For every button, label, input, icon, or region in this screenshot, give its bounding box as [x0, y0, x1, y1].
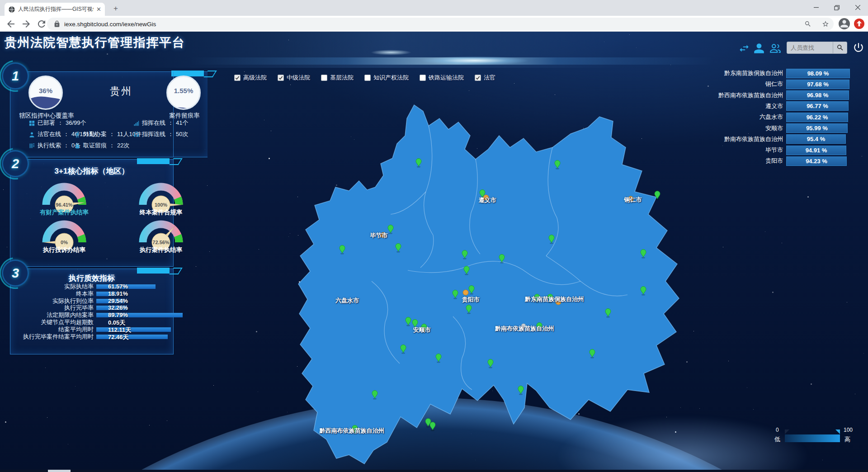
search-icon — [836, 44, 844, 52]
map-label-铜仁市: 铜仁市 — [624, 196, 642, 204]
map-legend: 0 100 低 高 — [773, 427, 863, 446]
checkbox-icon[interactable] — [475, 75, 481, 81]
filter-label: 中级法院 — [287, 74, 310, 82]
quality-row-执行完毕率: 执行完毕率32.26% — [10, 305, 173, 312]
person-search-box — [787, 42, 847, 54]
people-icon[interactable] — [769, 42, 781, 54]
stat-指挥在线: 指挥在线 ： 41个 — [133, 119, 188, 127]
trace-value: 1.55% — [168, 87, 199, 94]
semicircle-gauge: 96.41% — [26, 169, 103, 212]
rank-row-安顺市[interactable]: 安顺市95.99 % — [718, 123, 854, 133]
judge-icon — [28, 131, 35, 138]
stat-执行线索: 执行线索 ： 0条 — [28, 142, 80, 150]
rank-value: 95.99 % — [806, 125, 828, 132]
filter-label: 法官 — [484, 74, 495, 82]
rank-bar: 96.77 % — [786, 101, 849, 111]
filter-item-法官[interactable]: 法官 — [475, 74, 495, 82]
rank-row-黔南布依族苗族自治州[interactable]: 黔南布依族苗族自治州95.4 % — [718, 134, 854, 144]
rank-value: 94.91 % — [806, 147, 827, 154]
rank-row-黔西南布依族苗族自治州[interactable]: 黔西南布依族苗族自治州96.98 % — [718, 90, 854, 100]
checkbox-icon[interactable] — [364, 75, 371, 81]
green-map-pin[interactable] — [430, 422, 435, 431]
semicircle-gauge: 72.56% — [123, 206, 199, 250]
filter-item-高级法院[interactable]: 高级法院 — [234, 74, 267, 82]
quality-row-实际执结率: 实际执结率61.57% — [10, 283, 173, 291]
quality-row-终本率: 终本率18.91% — [10, 291, 173, 298]
rank-value: 95.4 % — [807, 136, 825, 142]
person-icon[interactable] — [753, 42, 765, 54]
gauge-label: 执行案件执结率 — [123, 246, 199, 254]
orange-city-dot[interactable] — [463, 290, 468, 295]
gauge-执行投诉办结率: 0%执行投诉办结率 — [26, 206, 103, 260]
checkbox-icon[interactable] — [234, 75, 241, 81]
person-search-input[interactable] — [787, 44, 833, 51]
stat-label: 执行线索 — [38, 142, 61, 150]
checkbox-icon[interactable] — [321, 75, 327, 81]
map-label-安顺市: 安顺市 — [413, 326, 431, 334]
stat-value: 36/99个 — [66, 119, 86, 127]
rank-row-六盘水市[interactable]: 六盘水市96.22 % — [718, 112, 854, 122]
green-map-pin[interactable] — [425, 419, 431, 428]
person-search-button[interactable] — [833, 42, 847, 53]
stat-separator: ： — [168, 119, 174, 127]
map-label-黔西南布依族苗族自治州: 黔西南布依族苗族自治州 — [320, 427, 384, 435]
rank-value: 97.68 % — [807, 81, 829, 88]
rank-value: 96.22 % — [807, 114, 828, 121]
panel-core-indicators: 2 3+1核心指标（地区） 96.41%有财产案件执结率100%终本案件合规率0… — [10, 159, 174, 267]
rank-bar: 96.98 % — [786, 90, 849, 100]
gauge-label: 执行投诉办结率 — [26, 246, 103, 254]
stat-label: 已部署 — [38, 119, 55, 127]
quality-label: 执行完毕案件结案平均用时 — [10, 334, 94, 340]
stat-value: 41个 — [176, 119, 188, 127]
rank-row-贵阳市[interactable]: 贵阳市94.23 % — [718, 156, 854, 166]
stat-separator: ： — [109, 130, 115, 138]
map-label-黔南布依族苗族自治州: 黔南布依族苗族自治州 — [495, 325, 554, 333]
quality-row-法定期限内结案率: 法定期限内结案率89.79% — [10, 312, 173, 319]
rank-row-遵义市[interactable]: 遵义市96.77 % — [718, 101, 854, 111]
stat-指挥连线: 指挥连线 ： 50次 — [133, 130, 188, 138]
checkbox-icon[interactable] — [420, 75, 426, 81]
coverage-liquid-gauge: 36% — [28, 76, 63, 110]
semicircle-gauge: 0% — [26, 206, 103, 250]
gauge-执行案件执结率: 72.56%执行案件执结率 — [123, 206, 199, 260]
trace-liquid-gauge: 1.55% — [166, 76, 201, 110]
filter-item-基层法院[interactable]: 基层法院 — [321, 74, 354, 82]
legend-right-marker — [835, 430, 840, 434]
rank-row-铜仁市[interactable]: 铜仁市97.68 % — [718, 79, 854, 89]
filter-item-铁路运输法院[interactable]: 铁路运输法院 — [420, 74, 464, 82]
quality-label: 执行完毕率 — [10, 305, 94, 311]
rank-label: 铜仁市 — [718, 80, 786, 88]
rank-label: 六盘水市 — [718, 113, 786, 121]
quality-row-结案平均用时: 结案平均用时112.11天 — [10, 326, 173, 334]
map-label-六盘水市: 六盘水市 — [335, 297, 359, 305]
legend-min-label: 低 — [774, 435, 780, 444]
quality-row-实际执行到位率: 实际执行到位率29.54% — [10, 298, 173, 305]
stat-value: 22次 — [117, 142, 129, 150]
quality-label: 实际执结率 — [10, 283, 94, 290]
quality-value: 29.54% — [108, 297, 128, 304]
quality-value: 72.46天 — [108, 333, 129, 341]
legend-max-label: 高 — [844, 435, 850, 444]
stat-separator: ： — [109, 142, 115, 150]
stat-label: 指挥连线 — [142, 130, 165, 138]
rank-row-黔东南苗族侗族自治州[interactable]: 黔东南苗族侗族自治州98.09 % — [718, 68, 854, 78]
lens-flare-core — [420, 56, 529, 65]
stat-separator: ： — [63, 130, 69, 138]
stat-separator: ： — [57, 119, 63, 127]
panel-overview: 1 36% 辖区指挥中心覆盖率 贵州 1.55% 案件留痕率 已部署 ： 36/… — [10, 71, 208, 157]
filter-label: 高级法院 — [243, 74, 267, 82]
guizhou-province-shape[interactable] — [298, 105, 679, 464]
filter-item-知识产权法院[interactable]: 知识产权法院 — [364, 74, 409, 82]
filter-label: 基层法院 — [330, 74, 354, 82]
checkbox-icon[interactable] — [278, 75, 284, 81]
filter-item-中级法院[interactable]: 中级法院 — [278, 74, 310, 82]
swap-arrows-icon[interactable] — [738, 42, 750, 54]
rank-row-毕节市[interactable]: 毕节市94.91 % — [718, 145, 854, 155]
legend-min: 0 — [776, 427, 779, 433]
rank-bar: 98.09 % — [786, 69, 850, 78]
quality-label: 法定期限内结案率 — [10, 312, 94, 318]
region-name: 贵州 — [83, 85, 160, 98]
quality-bar — [96, 327, 171, 332]
rank-value: 98.09 % — [807, 70, 829, 77]
power-icon[interactable] — [853, 42, 864, 53]
